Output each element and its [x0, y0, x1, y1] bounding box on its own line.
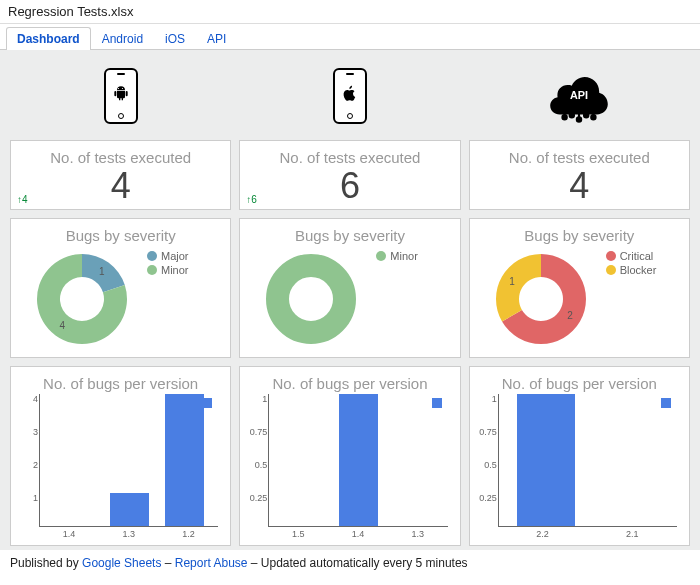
severity-title: Bugs by severity: [295, 227, 405, 244]
footer-update-text: Updated automatically every 5 minutes: [261, 556, 468, 570]
svg-point-4: [570, 113, 574, 117]
android-severity-card: Bugs by severity 14MajorMinor: [10, 218, 231, 358]
svg-point-10: [592, 115, 596, 119]
phone-icon: [333, 68, 367, 124]
android-icon-cell: [10, 60, 231, 132]
severity-title: Bugs by severity: [66, 227, 176, 244]
bar-col: [505, 394, 588, 526]
footer: Published by Google Sheets – Report Abus…: [0, 550, 700, 576]
bar-col: [331, 394, 386, 526]
android-count-value: 4: [111, 168, 131, 204]
ios-count-value: 6: [340, 168, 360, 204]
ios-icon-cell: [239, 60, 460, 132]
legend-item: Minor: [376, 250, 453, 262]
ios-donut: Minor: [246, 244, 453, 354]
svg-text:2: 2: [567, 310, 573, 321]
svg-point-2: [563, 115, 567, 119]
count-label: No. of tests executed: [509, 149, 650, 166]
tab-ios[interactable]: iOS: [154, 27, 196, 50]
phone-icon: [104, 68, 138, 124]
bar-col: [46, 394, 101, 526]
bar-col: [157, 394, 212, 526]
google-sheets-link[interactable]: Google Sheets: [82, 556, 161, 570]
svg-text:API: API: [570, 89, 588, 101]
bar-legend-swatch: [661, 398, 671, 408]
report-abuse-link[interactable]: Report Abuse: [175, 556, 248, 570]
api-donut: 21CriticalBlocker: [476, 244, 683, 354]
apple-icon: [342, 85, 358, 104]
bar-col: [275, 394, 330, 526]
legend-item: Critical: [606, 250, 683, 262]
icon-row: API: [10, 60, 690, 132]
bar-legend-swatch: [432, 398, 442, 408]
tab-dashboard[interactable]: Dashboard: [6, 27, 91, 50]
bar-title: No. of bugs per version: [502, 375, 657, 392]
bar-col: [101, 394, 156, 526]
api-icon-cell: API: [469, 60, 690, 132]
android-bar-card: No. of bugs per version43211.41.31.2: [10, 366, 231, 546]
tab-bar: Dashboard Android iOS API: [0, 24, 700, 50]
svg-point-8: [584, 113, 588, 117]
tab-api[interactable]: API: [196, 27, 237, 50]
android-count-delta: ↑4: [17, 194, 28, 205]
android-donut: 14MajorMinor: [17, 244, 224, 354]
bar-legend-swatch: [202, 398, 212, 408]
ios-bar-card: No. of bugs per version10.750.50.251.51.…: [239, 366, 460, 546]
counts-row: No. of tests executed 4 ↑4 No. of tests …: [10, 140, 690, 210]
severity-row: Bugs by severity 14MajorMinor Bugs by se…: [10, 218, 690, 358]
footer-prefix: Published by: [10, 556, 82, 570]
count-label: No. of tests executed: [50, 149, 191, 166]
android-count-card: No. of tests executed 4 ↑4: [10, 140, 231, 210]
ios-count-card: No. of tests executed 6 ↑6: [239, 140, 460, 210]
svg-text:1: 1: [99, 266, 105, 277]
bar-title: No. of bugs per version: [43, 375, 198, 392]
legend-item: Blocker: [606, 264, 683, 276]
legend-item: Major: [147, 250, 224, 262]
svg-point-13: [278, 266, 345, 333]
svg-text:4: 4: [60, 320, 66, 331]
window-title: Regression Tests.xlsx: [0, 0, 700, 24]
api-severity-card: Bugs by severity 21CriticalBlocker: [469, 218, 690, 358]
ios-count-delta: ↑6: [246, 194, 257, 205]
bar-col: [588, 394, 671, 526]
bar-title: No. of bugs per version: [272, 375, 427, 392]
legend-item: Minor: [147, 264, 224, 276]
count-label: No. of tests executed: [280, 149, 421, 166]
api-bar-card: No. of bugs per version10.750.50.252.22.…: [469, 366, 690, 546]
ios-severity-card: Bugs by severity Minor: [239, 218, 460, 358]
api-icon: API: [543, 66, 615, 127]
svg-point-6: [577, 117, 581, 121]
bar-col: [386, 394, 441, 526]
dashboard: API No. of tests executed 4 ↑4 No. of te…: [0, 50, 700, 550]
api-count-card: No. of tests executed 4: [469, 140, 690, 210]
api-count-value: 4: [569, 168, 589, 204]
tab-android[interactable]: Android: [91, 27, 154, 50]
android-icon: [113, 85, 129, 104]
severity-title: Bugs by severity: [524, 227, 634, 244]
bar-row: No. of bugs per version43211.41.31.2 No.…: [10, 366, 690, 546]
svg-text:1: 1: [509, 276, 515, 287]
